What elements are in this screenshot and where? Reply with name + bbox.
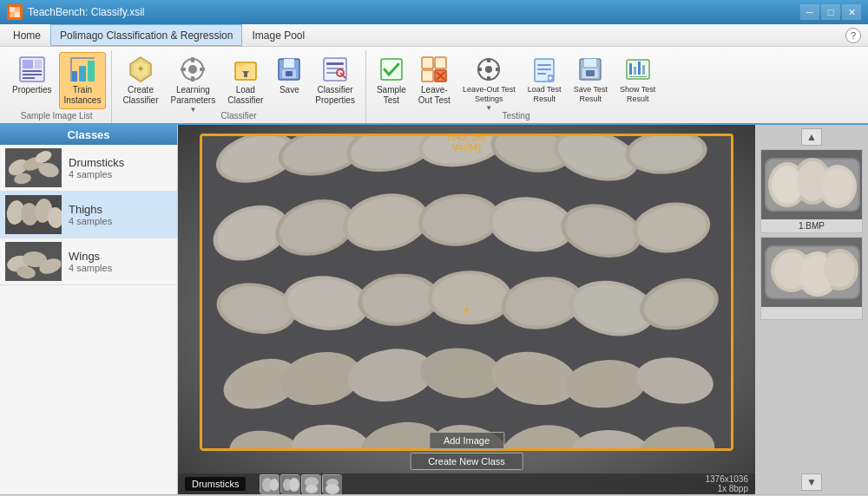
svg-rect-5: [23, 60, 33, 69]
load-test-result-label: Load Test Result: [528, 85, 562, 104]
class-item-drumsticks[interactable]: Drumsticks 4 samples: [0, 145, 177, 192]
load-classifier-button[interactable]: Load Classifier: [222, 52, 268, 109]
svg-rect-30: [326, 62, 344, 65]
save-test-result-button[interactable]: Save Test Result: [569, 52, 613, 109]
svg-rect-50: [537, 73, 546, 75]
show-test-result-button[interactable]: Show Test Result: [615, 52, 661, 109]
sample-test-button[interactable]: Sample Test: [372, 52, 411, 109]
sample-test-label: Sample Test: [377, 85, 406, 106]
svg-rect-21: [181, 68, 186, 71]
save-icon: [275, 55, 303, 83]
class-icon-4[interactable]: [322, 474, 341, 493]
svg-rect-3: [10, 12, 15, 17]
svg-rect-24: [244, 71, 247, 77]
svg-rect-60: [642, 65, 645, 75]
svg-point-144: [306, 485, 318, 493]
class-icon-row: [260, 474, 341, 493]
leave-out-test-label: Leave- Out Test: [418, 85, 450, 106]
create-classifier-icon: [127, 55, 155, 83]
properties-label: Properties: [12, 85, 52, 95]
svg-rect-20: [191, 76, 194, 82]
svg-point-163: [824, 252, 855, 287]
close-button[interactable]: ✕: [842, 4, 861, 20]
classes-panel-title: Classes: [0, 125, 177, 145]
class-thumb-thighs: [5, 195, 62, 234]
selection-box: [200, 134, 733, 451]
classifier-properties-button[interactable]: Classifier Properties: [310, 52, 360, 109]
maximize-button[interactable]: □: [821, 4, 840, 20]
thumb-img-1: [761, 150, 863, 219]
menu-item-imagepool[interactable]: Image Pool: [242, 24, 314, 46]
ribbon: Properties Train Instances Sample Image …: [0, 47, 868, 125]
svg-rect-22: [200, 68, 205, 71]
thumb-label-2: [761, 307, 862, 319]
properties-button[interactable]: Properties: [7, 52, 57, 109]
class-samples-drumsticks: 4 samples: [69, 169, 172, 179]
thumbnail-2[interactable]: [760, 237, 863, 320]
svg-rect-12: [88, 61, 95, 82]
thumb-img-2: [761, 238, 863, 307]
svg-rect-43: [487, 58, 490, 62]
create-classifier-button[interactable]: Create Classifier: [117, 52, 163, 109]
leave-out-test-button[interactable]: Leave- Out Test: [413, 52, 456, 109]
svg-rect-52: [584, 59, 596, 67]
scroll-up-arrow[interactable]: ▲: [801, 128, 822, 146]
svg-rect-44: [487, 76, 490, 81]
class-icon-2[interactable]: [280, 474, 299, 493]
leave-out-test-settings-button[interactable]: Leave-Out Test Settings ▼: [457, 52, 521, 109]
coordinate-label: (543, 36) V=(84): [447, 132, 485, 153]
svg-rect-9: [35, 60, 42, 69]
ribbon-group-testing-label: Testing: [372, 109, 661, 123]
learning-parameters-icon: [179, 55, 207, 83]
class-name-thighs: Thighs: [69, 203, 172, 216]
ribbon-group-samplelist: Properties Train Instances Sample Image …: [3, 50, 112, 123]
show-test-result-label: Show Test Result: [620, 85, 655, 104]
class-item-wings[interactable]: Wings 4 samples: [0, 238, 177, 285]
train-instances-label: Train Instances: [64, 85, 102, 106]
class-samples-thighs: 4 samples: [69, 216, 172, 226]
class-name-wings: Wings: [69, 250, 172, 263]
save-button[interactable]: Save: [270, 52, 308, 109]
thumbnail-1[interactable]: 1.BMP: [760, 149, 863, 233]
menu-item-home[interactable]: Home: [3, 24, 50, 46]
svg-rect-28: [286, 71, 293, 76]
train-instances-icon: [69, 55, 96, 83]
app-logo: [7, 4, 23, 20]
properties-icon: [18, 55, 46, 83]
class-samples-wings: 4 samples: [69, 263, 172, 273]
sample-test-icon: [378, 55, 405, 83]
svg-rect-11: [79, 66, 86, 82]
svg-rect-57: [629, 63, 632, 75]
class-info-wings: Wings 4 samples: [69, 250, 172, 273]
svg-point-138: [270, 479, 279, 491]
create-new-class-button[interactable]: Create New Class: [410, 453, 523, 470]
minimize-button[interactable]: ─: [800, 4, 819, 20]
help-button[interactable]: ?: [845, 28, 861, 43]
ribbon-group-testing: Sample Test Leave- Out Test: [368, 50, 666, 123]
class-icon-3[interactable]: [301, 474, 320, 493]
window-controls: ─ □ ✕: [800, 4, 861, 20]
learning-parameters-button[interactable]: Learning Parameters ▼: [166, 52, 221, 109]
train-instances-button[interactable]: Train Instances: [59, 52, 107, 109]
save-label: Save: [279, 85, 299, 95]
image-dimensions: 1376x1036 1x 8bpp: [706, 474, 749, 493]
svg-point-18: [188, 65, 197, 74]
svg-rect-7: [23, 74, 42, 75]
window-title: TeachBench: Classify.xsil: [28, 6, 800, 18]
ribbon-group-classifier: Create Classifier Learning Parameters ▼: [114, 50, 366, 123]
ribbon-group-samplelist-label: Sample Image List: [7, 109, 106, 123]
classifier-properties-label: Classifier Properties: [315, 85, 355, 106]
show-test-result-icon: [624, 55, 652, 83]
chicken-inner: [202, 136, 731, 448]
class-name-drumsticks: Drumsticks: [69, 156, 172, 169]
class-item-thighs[interactable]: Thighs 4 samples: [0, 192, 177, 238]
load-test-result-button[interactable]: Load Test Result: [523, 52, 567, 109]
svg-point-42: [485, 66, 492, 73]
scroll-down-arrow[interactable]: ▼: [801, 473, 822, 491]
add-image-button[interactable]: Add Image: [429, 432, 504, 449]
class-icon-1[interactable]: [260, 474, 279, 493]
menu-item-polimago[interactable]: Polimago Classification & Regression: [50, 24, 242, 46]
ribbon-testing-items: Sample Test Leave- Out Test: [372, 50, 661, 109]
svg-rect-36: [435, 57, 446, 69]
ribbon-classifier-items: Create Classifier Learning Parameters ▼: [117, 50, 360, 109]
